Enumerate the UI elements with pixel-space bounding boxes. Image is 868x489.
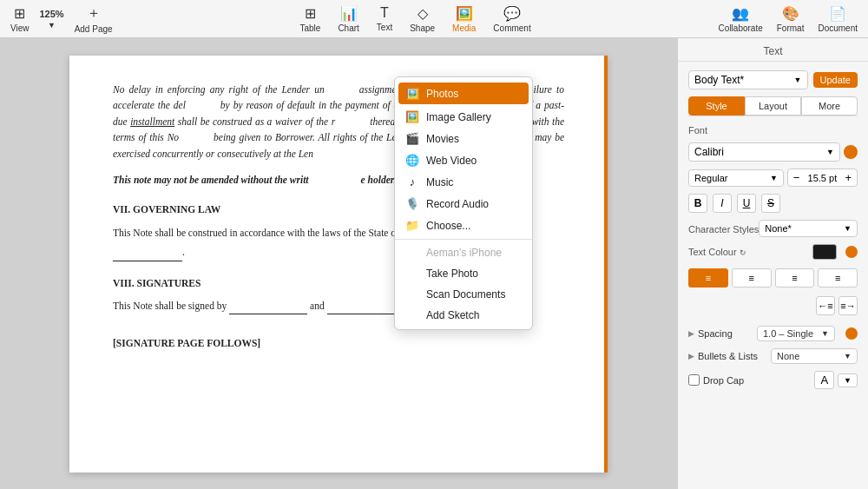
align-right-button[interactable]: ≡ xyxy=(775,268,815,287)
web-video-icon: 🌐 xyxy=(405,154,419,167)
collaborate-icon: 👥 xyxy=(732,5,749,22)
drop-cap-buttons: A ▼ xyxy=(814,371,858,389)
color-swatch-group xyxy=(812,244,858,260)
media-icon: 🖼️ xyxy=(456,5,473,22)
font-chevron: ▼ xyxy=(826,148,834,156)
drop-cap-style-button[interactable]: A xyxy=(814,371,834,389)
toolbar-view[interactable]: ⊞ View xyxy=(10,5,30,33)
indent-decrease-button[interactable]: ←≡ xyxy=(816,296,835,315)
movies-icon: 🎬 xyxy=(405,132,419,145)
toolbar-comment[interactable]: 💬 Comment xyxy=(493,5,530,33)
toolbar-right: 👥 Collaborate 🎨 Format 📄 Document xyxy=(719,5,858,33)
web-video-label: Web Video xyxy=(426,155,477,167)
toolbar-format[interactable]: 🎨 Format xyxy=(777,5,805,33)
style-size-row: Regular ▼ − + xyxy=(688,169,858,187)
font-select[interactable]: Calibri ▼ xyxy=(688,142,840,162)
zoom-value: 125% xyxy=(40,9,64,19)
minus-btn[interactable]: − xyxy=(792,171,802,184)
menu-divider xyxy=(395,239,532,240)
toolbar-collaborate[interactable]: 👥 Collaborate xyxy=(719,5,763,33)
char-style-select[interactable]: None* ▼ xyxy=(759,220,858,237)
tab-style[interactable]: Style xyxy=(688,96,745,116)
tab-layout[interactable]: Layout xyxy=(745,96,801,116)
zoom-chevron: ▼ xyxy=(48,21,56,30)
style-name: Body Text* xyxy=(694,74,744,86)
update-button[interactable]: Update xyxy=(813,72,858,88)
font-size-input[interactable] xyxy=(803,173,841,183)
spacing-value: 1.0 – Single xyxy=(763,328,813,339)
right-panel: Text Body Text* ▼ Update Style Layout Mo… xyxy=(677,38,868,489)
panel-title: Text xyxy=(678,38,868,62)
plus-btn[interactable]: + xyxy=(843,171,853,184)
menu-item-web-video[interactable]: 🌐 Web Video xyxy=(395,149,532,171)
toolbar-zoom[interactable]: 125% ▼ xyxy=(40,9,64,30)
view-label: View xyxy=(10,23,30,33)
menu-item-choose[interactable]: 📁 Choose... xyxy=(395,215,532,236)
spacing-arrow: ▶ xyxy=(688,329,694,338)
menu-item-image-gallery[interactable]: 🖼️ Image Gallery xyxy=(395,106,532,128)
align-left-button[interactable]: ≡ xyxy=(688,268,728,287)
media-label: Media xyxy=(452,23,476,33)
underline-button[interactable]: U xyxy=(737,194,756,213)
italic-button[interactable]: I xyxy=(713,194,732,213)
photos-icon: 🖼️ xyxy=(405,87,419,100)
aemans-iphone-label: Aeman's iPhone xyxy=(426,247,502,259)
style-row: Body Text* ▼ Update xyxy=(688,70,858,89)
dropdown-overlay: 🖼️ Photos 🖼️ Image Gallery 🎬 Movies 🌐 We… xyxy=(0,76,677,489)
bullets-select[interactable]: None ▼ xyxy=(771,348,858,364)
music-label: Music xyxy=(426,176,453,188)
toolbar-document[interactable]: 📄 Document xyxy=(818,5,858,33)
format-row: B I U S xyxy=(688,194,858,213)
style-chevron: ▼ xyxy=(794,76,802,84)
image-gallery-icon: 🖼️ xyxy=(405,110,419,123)
record-audio-icon: 🎙️ xyxy=(405,197,419,210)
music-icon: ♪ xyxy=(405,175,419,188)
collaborate-label: Collaborate xyxy=(719,23,763,33)
align-justify-button[interactable]: ≡ xyxy=(818,268,858,287)
menu-item-photos[interactable]: 🖼️ Photos xyxy=(398,83,529,104)
indent-increase-button[interactable]: ≡→ xyxy=(838,296,858,315)
toolbar-shape[interactable]: ◇ Shape xyxy=(410,5,435,33)
record-audio-label: Record Audio xyxy=(426,198,489,210)
shape-label: Shape xyxy=(410,23,435,33)
text-color-label: Text Colour ↻ xyxy=(688,247,746,257)
menu-item-scan-documents[interactable]: Scan Documents xyxy=(395,284,532,305)
spacing-label: Spacing xyxy=(698,328,733,339)
menu-item-record-audio[interactable]: 🎙️ Record Audio xyxy=(395,193,532,215)
photos-label: Photos xyxy=(426,88,458,100)
style-dropdown[interactable]: Body Text* ▼ xyxy=(688,70,808,89)
drop-cap-options-button[interactable]: ▼ xyxy=(838,373,858,387)
toolbar-text[interactable]: T Text xyxy=(377,5,392,32)
menu-item-take-photo[interactable]: Take Photo xyxy=(395,263,532,284)
toolbar-media[interactable]: 🖼️ Media xyxy=(452,5,476,33)
text-icon: T xyxy=(380,5,389,21)
spacing-select[interactable]: 1.0 – Single ▼ xyxy=(757,326,835,341)
spacing-row: ▶ Spacing 1.0 – Single ▼ xyxy=(688,326,858,341)
movies-label: Movies xyxy=(426,133,459,145)
image-gallery-label: Image Gallery xyxy=(426,111,491,123)
menu-item-music[interactable]: ♪ Music xyxy=(395,171,532,193)
indent-row: ←≡ ≡→ xyxy=(688,296,858,315)
font-style-select[interactable]: Regular ▼ xyxy=(688,169,784,187)
strikethrough-button[interactable]: S xyxy=(761,194,780,213)
toolbar: ⊞ View 125% ▼ ＋ Add Page ⊞ Table 📊 Chart… xyxy=(0,0,868,38)
toolbar-chart[interactable]: 📊 Chart xyxy=(338,5,358,33)
menu-item-movies[interactable]: 🎬 Movies xyxy=(395,128,532,149)
color-swatch[interactable] xyxy=(812,244,837,260)
tab-more[interactable]: More xyxy=(801,96,858,116)
align-center-button[interactable]: ≡ xyxy=(732,268,772,287)
text-color-row: Text Colour ↻ xyxy=(688,244,858,260)
align-row: ≡ ≡ ≡ ≡ xyxy=(688,268,858,287)
bold-button[interactable]: B xyxy=(688,194,707,213)
menu-item-add-sketch[interactable]: Add Sketch xyxy=(395,305,532,326)
text-label: Text xyxy=(377,23,392,32)
choose-label: Choose... xyxy=(426,220,470,232)
choose-icon: 📁 xyxy=(405,219,419,232)
toolbar-center: ⊞ Table 📊 Chart T Text ◇ Shape 🖼️ Media … xyxy=(127,5,705,33)
drop-cap-checkbox[interactable] xyxy=(688,374,700,386)
toolbar-table[interactable]: ⊞ Table xyxy=(299,5,320,33)
take-photo-label: Take Photo xyxy=(426,268,478,280)
char-styles-label: Character Styles xyxy=(688,224,759,235)
toolbar-add-page[interactable]: ＋ Add Page xyxy=(75,4,113,34)
add-sketch-label: Add Sketch xyxy=(426,309,479,321)
